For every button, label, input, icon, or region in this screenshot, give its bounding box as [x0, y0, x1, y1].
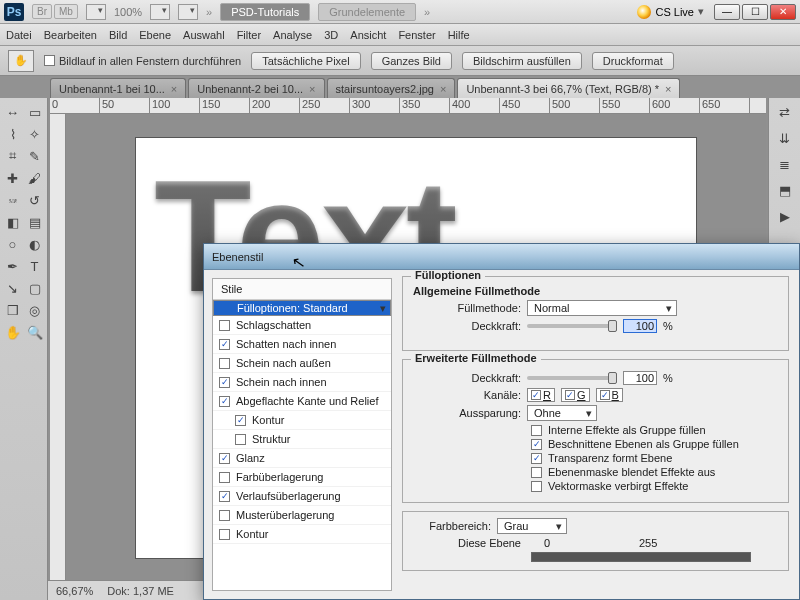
wand-tool-icon[interactable]: ✧ [24, 124, 46, 144]
window-minimize-button[interactable]: — [714, 4, 740, 20]
close-icon[interactable]: × [440, 83, 446, 95]
checkbox-icon[interactable] [219, 320, 230, 331]
menu-bearbeiten[interactable]: Bearbeiten [44, 29, 97, 41]
channel-r-checkbox[interactable]: R [527, 388, 555, 402]
style-row[interactable]: Kontur [213, 525, 391, 544]
eyedropper-tool-icon[interactable]: ✎ [24, 146, 46, 166]
style-row[interactable]: Glanz [213, 449, 391, 468]
opacity-input[interactable]: 100 [623, 319, 657, 333]
stamp-tool-icon[interactable]: ⎃ [2, 190, 24, 210]
path-tool-icon[interactable]: ↘ [2, 278, 24, 298]
checkbox-icon[interactable] [219, 339, 230, 350]
3d-cam-tool-icon[interactable]: ◎ [24, 300, 46, 320]
document-tab[interactable]: stairsuntoayers2.jpg× [327, 78, 456, 98]
brush-tool-icon[interactable]: 🖌 [24, 168, 46, 188]
status-zoom[interactable]: 66,67% [56, 585, 93, 597]
checkbox-icon[interactable] [219, 472, 230, 483]
hand-tool-icon[interactable]: ✋ [2, 322, 24, 342]
menu-ansicht[interactable]: Ansicht [350, 29, 386, 41]
window-maximize-button[interactable]: ☐ [742, 4, 768, 20]
style-row[interactable]: Schein nach innen [213, 373, 391, 392]
checkbox-icon[interactable] [219, 396, 230, 407]
actual-pixels-button[interactable]: Tatsächliche Pixel [251, 52, 360, 70]
bridge-chip[interactable]: Br [32, 4, 52, 19]
scroll-all-windows-checkbox[interactable]: Bildlauf in allen Fenstern durchführen [44, 55, 241, 67]
style-row[interactable]: Schlagschatten [213, 316, 391, 335]
knockout-select[interactable]: Ohne [527, 405, 597, 421]
menu-ebene[interactable]: Ebene [139, 29, 171, 41]
blend-if-select[interactable]: Grau [497, 518, 567, 534]
checkbox-icon[interactable] [235, 434, 246, 445]
opt-vectormask-hides[interactable]: Vektormaske verbirgt Effekte [531, 480, 778, 492]
opt-internal-effects[interactable]: Interne Effekte als Gruppe füllen [531, 424, 778, 436]
menu-fenster[interactable]: Fenster [398, 29, 435, 41]
document-tab[interactable]: Unbenannt-1 bei 10...× [50, 78, 186, 98]
workspace-psd-tutorials[interactable]: PSD-Tutorials [220, 3, 310, 21]
window-close-button[interactable]: ✕ [770, 4, 796, 20]
checkbox-icon[interactable] [219, 491, 230, 502]
style-row[interactable]: Musterüberlagerung [213, 506, 391, 525]
opt-clipped-layers[interactable]: Beschnittene Ebenen als Gruppe füllen [531, 438, 778, 450]
channel-b-checkbox[interactable]: B [596, 388, 623, 402]
checkbox-icon[interactable] [219, 358, 230, 369]
menu-filter[interactable]: Filter [237, 29, 261, 41]
channel-g-checkbox[interactable]: G [561, 388, 590, 402]
checkbox-icon[interactable] [235, 415, 246, 426]
menu-bild[interactable]: Bild [109, 29, 127, 41]
style-row[interactable]: Kontur [213, 411, 391, 430]
3d-tool-icon[interactable]: ❒ [2, 300, 24, 320]
fit-screen-button[interactable]: Ganzes Bild [371, 52, 452, 70]
current-tool-icon[interactable]: ✋ [8, 50, 34, 72]
blend-if-slider[interactable] [531, 552, 751, 562]
opt-transparency-shapes[interactable]: Transparenz formt Ebene [531, 452, 778, 464]
type-tool-icon[interactable]: T [24, 256, 46, 276]
history-brush-icon[interactable]: ↺ [24, 190, 46, 210]
menu-auswahl[interactable]: Auswahl [183, 29, 225, 41]
marquee-tool-icon[interactable]: ▭ [24, 102, 46, 122]
minibridge-chip[interactable]: Mb [54, 4, 78, 19]
fill-opacity-slider[interactable] [527, 376, 617, 380]
blend-mode-select[interactable]: Normal [527, 300, 677, 316]
view-dropdown[interactable] [150, 4, 170, 20]
checkbox-icon[interactable] [219, 377, 230, 388]
dialog-titlebar[interactable]: Ebenenstil [204, 244, 799, 270]
move-tool-icon[interactable]: ↔ [2, 102, 24, 122]
checkbox-icon[interactable] [219, 453, 230, 464]
close-icon[interactable]: × [171, 83, 177, 95]
print-size-button[interactable]: Druckformat [592, 52, 674, 70]
opacity-slider[interactable] [527, 324, 617, 328]
cs-live-button[interactable]: CS Live [655, 6, 694, 18]
style-row[interactable]: Farbüberlagerung [213, 468, 391, 487]
eraser-tool-icon[interactable]: ◧ [2, 212, 24, 232]
screenmode-dropdown[interactable] [86, 4, 106, 20]
opt-layermask-hides[interactable]: Ebenenmaske blendet Effekte aus [531, 466, 778, 478]
document-tab[interactable]: Unbenannt-2 bei 10...× [188, 78, 324, 98]
fill-screen-button[interactable]: Bildschirm ausfüllen [462, 52, 582, 70]
gradient-tool-icon[interactable]: ▤ [24, 212, 46, 232]
lasso-tool-icon[interactable]: ⌇ [2, 124, 24, 144]
panel-icon[interactable]: ▶ [774, 206, 796, 226]
panel-icon[interactable]: ⬒ [774, 180, 796, 200]
dodge-tool-icon[interactable]: ◐ [24, 234, 46, 254]
crop-tool-icon[interactable]: ⌗ [2, 146, 24, 166]
arrange-dropdown[interactable] [178, 4, 198, 20]
panel-icon[interactable]: ≣ [774, 154, 796, 174]
panel-icon[interactable]: ⇊ [774, 128, 796, 148]
panel-icon[interactable]: ⇄ [774, 102, 796, 122]
style-row[interactable]: Schatten nach innen [213, 335, 391, 354]
menu-hilfe[interactable]: Hilfe [448, 29, 470, 41]
heal-tool-icon[interactable]: ✚ [2, 168, 24, 188]
workspace-grundelemente[interactable]: Grundelemente [318, 3, 416, 21]
menu-analyse[interactable]: Analyse [273, 29, 312, 41]
zoom-tool-icon[interactable]: 🔍 [24, 322, 46, 342]
menu-datei[interactable]: Datei [6, 29, 32, 41]
style-row[interactable]: Abgeflachte Kante und Relief [213, 392, 391, 411]
pen-tool-icon[interactable]: ✒ [2, 256, 24, 276]
close-icon[interactable]: × [309, 83, 315, 95]
close-icon[interactable]: × [665, 83, 671, 95]
checkbox-icon[interactable] [219, 529, 230, 540]
fill-opacity-input[interactable]: 100 [623, 371, 657, 385]
checkbox-icon[interactable] [219, 510, 230, 521]
style-row[interactable]: Schein nach außen [213, 354, 391, 373]
shape-tool-icon[interactable]: ▢ [24, 278, 46, 298]
